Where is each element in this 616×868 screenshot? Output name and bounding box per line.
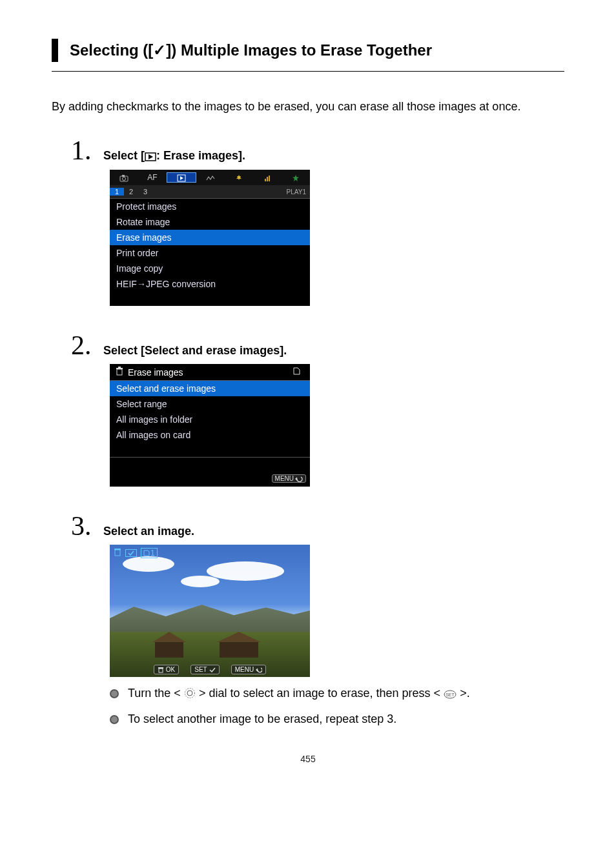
step-1-title: Select [: Erase images]. — [103, 149, 245, 165]
step-2: 2. Select [Select and erase images]. Era… — [110, 332, 564, 487]
set-icon: SET — [444, 687, 457, 704]
svg-point-19 — [187, 691, 192, 696]
svg-rect-4 — [122, 175, 125, 177]
page-title: Selecting ([✓]) Multiple Images to Erase… — [70, 39, 432, 62]
tab-mymenu — [282, 173, 310, 182]
overlay-card-icon: 1 — [141, 548, 158, 558]
menu-item-range: Select range — [110, 396, 310, 412]
bullet-1: Turn the < > dial to select an image to … — [110, 685, 564, 704]
overlay-trash-icon — [114, 547, 121, 558]
menu-item-card: All images on card — [110, 427, 310, 443]
overlay-ok-button: OK — [154, 665, 179, 674]
menu-item-print: Print order — [110, 245, 310, 261]
svg-marker-6 — [180, 176, 183, 180]
tab-custom — [253, 173, 282, 182]
menu-item-protect: Protect images — [110, 199, 310, 214]
intro-text: By adding checkmarks to the images to be… — [52, 100, 564, 114]
playback-icon — [145, 151, 156, 165]
svg-rect-16 — [159, 669, 163, 672]
svg-point-3 — [123, 177, 126, 180]
tab-shoot — [110, 173, 138, 182]
menu-item-folder: All images in folder — [110, 412, 310, 427]
subtab-1: 1 — [110, 188, 124, 196]
check-small-icon — [209, 667, 216, 673]
step-1-number: 1. — [71, 137, 103, 164]
return-icon — [295, 476, 303, 482]
svg-rect-17 — [158, 667, 163, 669]
svg-rect-14 — [115, 550, 120, 556]
tab-af: AF — [138, 173, 167, 182]
menu-item-erase: Erase images — [110, 230, 310, 245]
svg-rect-7 — [265, 179, 266, 181]
menu-item-copy: Image copy — [110, 261, 310, 276]
svg-rect-15 — [114, 549, 121, 550]
overlay-check-icon — [125, 549, 137, 557]
page-tag: PLAY1 — [287, 188, 310, 196]
trash-small-icon — [158, 667, 164, 673]
svg-marker-10 — [293, 175, 299, 181]
svg-rect-8 — [267, 177, 268, 181]
subtab-3: 3 — [138, 188, 152, 196]
menu-item-heif: HEIF→JPEG conversion — [110, 276, 310, 292]
svg-rect-12 — [116, 368, 123, 369]
step-2-number: 2. — [71, 332, 103, 359]
menu-item-rotate: Rotate image — [110, 214, 310, 230]
bullet-2: To select another image to be erased, re… — [110, 711, 564, 728]
overlay-set-button: SET — [190, 665, 219, 674]
menu-screenshot-2: Erase images Select and erase images Sel… — [110, 364, 310, 487]
step-3-title: Select an image. — [103, 525, 194, 538]
tab-playback — [167, 172, 196, 183]
tab-setup — [225, 173, 253, 182]
svg-point-18 — [185, 689, 194, 698]
dial-icon — [184, 687, 196, 704]
page-number: 455 — [52, 754, 564, 764]
menu-back: MENU — [272, 474, 306, 483]
subtab-2: 2 — [124, 188, 138, 196]
image-preview: 1 OK SET MENU — [110, 545, 310, 677]
menu-screenshot-1: AF 1 2 3 PLAY1 Protect images Rotate ima… — [110, 170, 310, 306]
tab-network — [196, 173, 225, 182]
svg-rect-11 — [117, 369, 122, 375]
menu-item-select-erase: Select and erase images — [110, 381, 310, 396]
erase-header: Erase images — [128, 367, 292, 378]
return-small-icon — [256, 667, 262, 673]
svg-rect-9 — [269, 176, 270, 181]
step-3-number: 3. — [71, 512, 103, 540]
step-2-title: Select [Select and erase images]. — [103, 344, 287, 358]
overlay-menu-button: MENU — [231, 665, 266, 674]
step-3: 3. Select an image. 1 OK — [110, 512, 564, 728]
card-icon — [292, 367, 305, 378]
bullet-icon — [110, 715, 119, 724]
svg-rect-13 — [118, 367, 121, 368]
step-1: 1. Select [: Erase images]. AF 1 2 — [110, 137, 564, 306]
svg-marker-1 — [149, 154, 153, 159]
bullet-icon — [110, 689, 119, 698]
trash-icon — [115, 367, 128, 378]
svg-text:SET: SET — [446, 692, 455, 697]
